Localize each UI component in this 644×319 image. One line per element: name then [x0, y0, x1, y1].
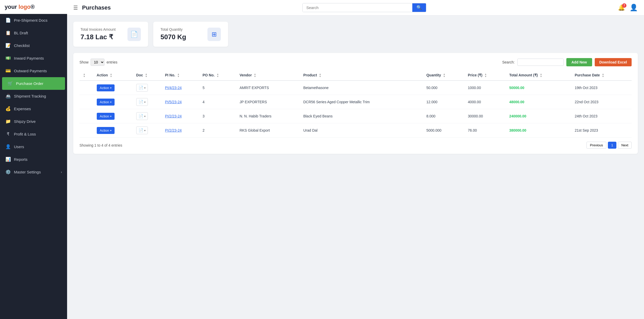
sidebar-item-inward-payments[interactable]: 💵 Inward Payments: [0, 52, 67, 65]
row-price-0: 1000.00: [465, 81, 506, 95]
sidebar-item-users[interactable]: 👤 Users: [0, 140, 67, 153]
row-doc-1: 📄 ▾: [134, 95, 163, 109]
action-button-0[interactable]: Action ▾: [97, 84, 115, 91]
row-product-3: Urad Dal: [301, 123, 424, 138]
action-button-1[interactable]: Action ▾: [97, 99, 115, 106]
sort-icon-pi_no: ▲▼: [177, 73, 180, 78]
sidebar-item-bl-draft[interactable]: 📋 BL Draft: [0, 27, 67, 39]
summary-card-label-1: Total Quantity: [160, 27, 186, 31]
col-total_amount[interactable]: Total Amount (₹) ▲▼: [507, 70, 572, 81]
sidebar-item-pre-shipment[interactable]: 📄 Pre-Shipment Docs: [0, 14, 67, 27]
download-excel-button[interactable]: Download Excel: [595, 58, 632, 66]
sidebar-icon-master-settings: ⚙️: [5, 169, 11, 175]
table-row: Action ▾ 📄 ▾ PI/2/23-24 2 RKS Global Exp…: [79, 123, 632, 138]
doc-button-1[interactable]: 📄 ▾: [136, 98, 148, 106]
show-entries-select[interactable]: 10 25 50: [91, 59, 104, 66]
sidebar-icon-shipzy-drive: 📁: [5, 119, 11, 124]
row-po-no-3: 2: [200, 123, 237, 138]
summary-cards: Total Invoices Amount 7.18 Lac ₹ 📄 Total…: [73, 22, 638, 47]
doc-button-2[interactable]: 📄 ▾: [136, 112, 148, 120]
col-purchase_date[interactable]: Purchase Date ▲▼: [572, 70, 632, 81]
col-price[interactable]: Price (₹) ▲▼: [465, 70, 506, 81]
sidebar-item-checklist[interactable]: 📝 Checklist: [0, 39, 67, 52]
search-wrapper: 🔍: [302, 3, 426, 12]
action-button-2[interactable]: Action ▾: [97, 113, 115, 120]
row-doc-0: 📄 ▾: [134, 81, 163, 95]
menu-icon[interactable]: ☰: [73, 5, 78, 11]
col-po_no[interactable]: PO No. ▲▼: [200, 70, 237, 81]
prev-page-button[interactable]: Previous: [586, 142, 606, 149]
pagination-controls: Previous 1 Next: [586, 142, 632, 149]
sidebar-item-expenses[interactable]: 💰 Expenses: [0, 102, 67, 115]
table-search-input[interactable]: [517, 59, 564, 66]
row-quantity-2: 8.000: [424, 109, 465, 123]
table-row: Action ▾ 📄 ▾ PI/2/23-24 3 N. N. Habib Tr…: [79, 109, 632, 123]
doc-caret-0: ▾: [144, 86, 146, 89]
summary-card-icon-0: 📄: [127, 28, 141, 41]
sidebar-label-bl-draft: BL Draft: [14, 31, 28, 35]
sort-icon-price: ▲▼: [485, 73, 487, 78]
col-product[interactable]: Product ▲▼: [301, 70, 424, 81]
next-page-button[interactable]: Next: [618, 142, 632, 149]
col-doc[interactable]: Doc ▲▼: [134, 70, 163, 81]
sort-icon-action: ▲▼: [110, 73, 112, 78]
row-pi-no-1[interactable]: PI/5/23-24: [163, 95, 200, 109]
row-sort-1: [79, 95, 94, 109]
sidebar-item-master-settings[interactable]: ⚙️ Master Settings ›: [0, 166, 67, 178]
show-label: Show: [79, 60, 88, 64]
doc-button-0[interactable]: 📄 ▾: [136, 84, 148, 92]
row-vendor-0: AMRIT EXPORTS: [237, 81, 301, 95]
col-pi_no[interactable]: PI No. ▲▼: [163, 70, 200, 81]
table-toolbar: Show 10 25 50 entries Search: Add New Do…: [79, 58, 632, 66]
row-pi-no-2[interactable]: PI/2/23-24: [163, 109, 200, 123]
row-total-amount-3: 380000.00: [507, 123, 572, 138]
doc-icon-3: 📄: [139, 128, 143, 133]
sidebar-icon-bl-draft: 📋: [5, 30, 11, 36]
col-vendor[interactable]: Vendor ▲▼: [237, 70, 301, 81]
action-caret-2: ▾: [110, 115, 111, 118]
page-1-button[interactable]: 1: [608, 142, 616, 149]
doc-button-3[interactable]: 📄 ▾: [136, 126, 148, 134]
row-quantity-0: 50.000: [424, 81, 465, 95]
row-vendor-1: JP EXPORTERS: [237, 95, 301, 109]
table-row: Action ▾ 📄 ▾ PI/5/23-24 4 JP EXPORTERS D…: [79, 95, 632, 109]
sidebar-item-profit-loss[interactable]: ₹ Profit & Loss: [0, 128, 67, 140]
table-toolbar-left: Show 10 25 50 entries: [79, 59, 117, 66]
row-pi-no-0[interactable]: PI/4/23-24: [163, 81, 200, 95]
user-avatar-icon[interactable]: 👤: [630, 4, 638, 12]
col-action[interactable]: Action ▲▼: [94, 70, 134, 81]
search-input[interactable]: [303, 3, 412, 12]
doc-icon-1: 📄: [139, 100, 143, 104]
content-area: Total Invoices Amount 7.18 Lac ₹ 📄 Total…: [67, 15, 644, 319]
sidebar-item-reports[interactable]: 📊 Reports: [0, 153, 67, 166]
col-quantity[interactable]: Quantity ▲▼: [424, 70, 465, 81]
sidebar-label-master-settings: Master Settings: [14, 170, 41, 174]
add-new-button[interactable]: Add New: [566, 58, 592, 66]
row-sort-2: [79, 109, 94, 123]
sidebar-icon-profit-loss: ₹: [5, 131, 11, 137]
summary-card-icon-1: ⊞: [207, 28, 221, 41]
row-pi-no-3[interactable]: PI/2/23-24: [163, 123, 200, 138]
sidebar-label-purchase-order: Purchase Order: [16, 81, 43, 86]
search-button[interactable]: 🔍: [412, 3, 426, 12]
sidebar-item-shipzy-drive[interactable]: 📁 Shipzy Drive: [0, 115, 67, 128]
action-button-3[interactable]: Action ▾: [97, 127, 115, 134]
sidebar-item-outward-payments[interactable]: 💳 Outward Payments: [0, 65, 67, 77]
row-product-0: Betamethasone: [301, 81, 424, 95]
col-sort-up[interactable]: ▲▼: [79, 70, 94, 81]
sidebar-icon-expenses: 💰: [5, 106, 11, 111]
entries-label: entries: [107, 60, 117, 64]
sort-icon-total_amount: ▲▼: [540, 73, 542, 78]
sidebar-nav: 📄 Pre-Shipment Docs 📋 BL Draft 📝 Checkli…: [0, 14, 67, 178]
sidebar-item-shipment-tracking[interactable]: 🚢 Shipment Tracking: [0, 90, 67, 102]
logo-text: your logo®: [5, 4, 35, 10]
sort-icon-vendor: ▲▼: [254, 73, 256, 78]
purchases-table: ▲▼Action ▲▼Doc ▲▼PI No. ▲▼PO No. ▲▼Vendo…: [79, 70, 632, 138]
doc-caret-2: ▾: [144, 115, 146, 118]
sidebar-item-purchase-order[interactable]: 🛒 Purchase Order: [2, 77, 65, 90]
row-price-1: 4000.00: [465, 95, 506, 109]
row-po-no-1: 4: [200, 95, 237, 109]
notification-button[interactable]: 🔔 7: [618, 4, 625, 11]
doc-caret-1: ▾: [144, 101, 146, 103]
doc-icon-0: 📄: [139, 85, 143, 90]
